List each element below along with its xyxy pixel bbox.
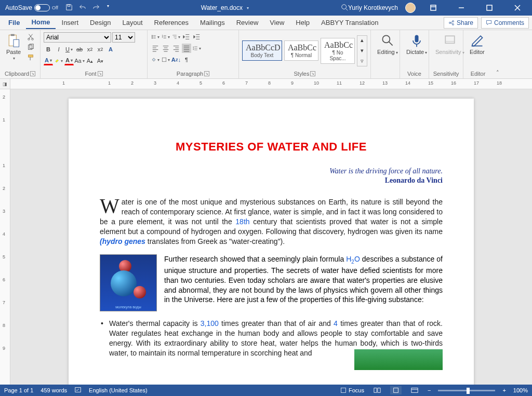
status-page[interactable]: Page 1 of 1 bbox=[4, 387, 33, 393]
shrink-font-icon[interactable]: A▾ bbox=[96, 56, 105, 65]
water-molecule-image[interactable]: молекула воды bbox=[100, 254, 157, 311]
align-right-icon[interactable] bbox=[171, 44, 181, 53]
print-layout-icon[interactable] bbox=[390, 386, 402, 394]
multilevel-icon[interactable]: ▾ bbox=[171, 32, 181, 42]
window-maximize-icon[interactable] bbox=[479, 0, 500, 16]
undo-icon[interactable] bbox=[79, 4, 86, 12]
paragraph-dialog-icon[interactable]: ↘ bbox=[204, 71, 209, 76]
dictate-button[interactable]: Dictate▾ bbox=[403, 32, 430, 56]
paste-button[interactable]: Paste▾ bbox=[3, 32, 24, 62]
grow-font-icon[interactable]: A▴ bbox=[85, 56, 95, 65]
shading-icon[interactable]: ▾ bbox=[151, 55, 160, 64]
group-editor: Editor Editor bbox=[463, 30, 493, 78]
font-size-select[interactable]: 11 bbox=[112, 32, 135, 43]
styles-scroll-up-icon[interactable]: ▴ bbox=[357, 36, 367, 45]
status-words[interactable]: 459 words bbox=[41, 387, 67, 393]
ribbon-display-icon[interactable] bbox=[423, 0, 444, 16]
collapse-ribbon-icon[interactable]: ˄ bbox=[496, 70, 499, 76]
style-normal[interactable]: AaBbCc ¶ Normal bbox=[284, 40, 318, 61]
tab-abbyy[interactable]: ABBYY Translation bbox=[316, 17, 383, 29]
tab-file[interactable]: File bbox=[3, 17, 25, 29]
comments-button[interactable]: Comments bbox=[481, 17, 529, 29]
tab-layout[interactable]: Layout bbox=[117, 17, 148, 29]
sensitivity-button: Sensitivity▾ bbox=[432, 32, 468, 56]
borders-icon[interactable]: ▾ bbox=[161, 55, 170, 64]
forest-image[interactable] bbox=[354, 349, 443, 370]
change-case-icon[interactable]: Aa▾ bbox=[75, 56, 84, 65]
zoom-out-icon[interactable]: − bbox=[428, 387, 431, 393]
read-mode-icon[interactable] bbox=[371, 386, 383, 394]
numbering-icon[interactable]: 12▾ bbox=[161, 32, 170, 42]
text-effects-icon[interactable]: A bbox=[106, 45, 115, 54]
subscript-icon[interactable]: x2 bbox=[85, 45, 95, 54]
tab-design[interactable]: Design bbox=[85, 17, 116, 29]
spellcheck-icon[interactable] bbox=[74, 386, 82, 394]
filename-label: Water_en.docx bbox=[201, 4, 243, 11]
styles-more-icon[interactable]: ▿ bbox=[357, 57, 367, 66]
decrease-indent-icon[interactable] bbox=[182, 32, 191, 42]
zoom-level[interactable]: 100% bbox=[513, 387, 528, 393]
search-icon[interactable] bbox=[341, 4, 348, 12]
ribbon: Paste▾ Clipboard↘ Arial 11 B I U▾ ab x2 … bbox=[0, 30, 532, 79]
copy-icon[interactable] bbox=[26, 43, 35, 52]
document-page[interactable]: MYSTERIES OF WATER AND LIFE Water is the… bbox=[69, 99, 474, 385]
tab-home[interactable]: Home bbox=[26, 16, 55, 29]
clipboard-dialog-icon[interactable]: ↘ bbox=[30, 71, 35, 76]
editing-button[interactable]: Editing▾ bbox=[374, 32, 401, 56]
filename-dropdown-icon[interactable]: ▾ bbox=[247, 6, 249, 10]
increase-indent-icon[interactable] bbox=[192, 32, 202, 42]
web-layout-icon[interactable] bbox=[409, 386, 420, 394]
strikethrough-icon[interactable]: ab bbox=[75, 45, 84, 54]
username-label[interactable]: Yuriy Korotkevych bbox=[348, 4, 398, 11]
show-marks-icon[interactable]: ¶ bbox=[182, 55, 191, 64]
format-painter-icon[interactable] bbox=[26, 53, 35, 62]
styles-scroll-down-icon[interactable]: ▾ bbox=[357, 46, 367, 56]
redo-icon[interactable] bbox=[92, 4, 100, 12]
user-avatar-icon[interactable] bbox=[405, 3, 416, 13]
save-icon[interactable] bbox=[65, 4, 73, 12]
svg-rect-9 bbox=[14, 39, 19, 47]
window-close-icon[interactable] bbox=[507, 0, 528, 16]
link-18th[interactable]: 18th bbox=[235, 217, 249, 226]
bullets-icon[interactable]: ▾ bbox=[151, 32, 160, 42]
line-spacing-icon[interactable]: ▾ bbox=[192, 44, 202, 53]
font-color-icon[interactable]: A▾ bbox=[44, 56, 53, 65]
doc-bullet-1: Water's thermal capacity is 3,100 times … bbox=[100, 319, 443, 358]
tab-insert[interactable]: Insert bbox=[57, 17, 84, 29]
editor-button[interactable]: Editor bbox=[467, 32, 488, 56]
zoom-in-icon[interactable]: + bbox=[502, 387, 506, 393]
toggle-off-icon[interactable] bbox=[34, 4, 50, 11]
font-family-select[interactable]: Arial bbox=[44, 32, 111, 43]
tab-mailings[interactable]: Mailings bbox=[195, 17, 230, 29]
style-body-text[interactable]: AaBbCcD Body Text bbox=[242, 40, 282, 61]
align-left-icon[interactable] bbox=[151, 44, 160, 53]
styles-dialog-icon[interactable]: ↘ bbox=[310, 71, 315, 76]
style-no-spacing[interactable]: AaBbCc ¶ No Spac... bbox=[321, 38, 355, 64]
superscript-icon[interactable]: x2 bbox=[96, 45, 105, 54]
horizontal-ruler[interactable]: ◨ 1123456789101112131415161718 bbox=[0, 79, 532, 89]
italic-icon[interactable]: I bbox=[54, 45, 63, 54]
highlight-icon[interactable]: ▾ bbox=[54, 56, 63, 65]
tab-references[interactable]: References bbox=[149, 17, 194, 29]
bold-icon[interactable]: B bbox=[44, 45, 53, 54]
window-minimize-icon[interactable] bbox=[451, 0, 472, 16]
tab-review[interactable]: Review bbox=[231, 17, 264, 29]
dropcap: W bbox=[100, 197, 122, 215]
zoom-slider[interactable] bbox=[438, 390, 495, 391]
status-language[interactable]: English (United States) bbox=[89, 387, 148, 393]
font-dialog-icon[interactable]: ↘ bbox=[98, 71, 103, 76]
justify-icon[interactable] bbox=[182, 44, 191, 53]
page-scroll[interactable]: MYSTERIES OF WATER AND LIFE Water is the… bbox=[10, 89, 532, 385]
tab-help[interactable]: Help bbox=[290, 17, 315, 29]
autosave-toggle[interactable]: AutoSave Off bbox=[2, 4, 61, 11]
sort-icon[interactable]: AZ↓ bbox=[171, 55, 181, 64]
vertical-ruler[interactable]: 21123456789 bbox=[0, 89, 10, 385]
cut-icon[interactable] bbox=[26, 32, 35, 42]
ruler-corner-icon[interactable]: ◨ bbox=[0, 79, 10, 89]
focus-mode-button[interactable]: Focus bbox=[340, 387, 364, 393]
underline-icon[interactable]: U▾ bbox=[64, 45, 74, 54]
tab-view[interactable]: View bbox=[264, 17, 289, 29]
share-button[interactable]: Share bbox=[444, 17, 478, 29]
align-center-icon[interactable] bbox=[161, 44, 170, 53]
font-color2-icon[interactable]: A▾ bbox=[64, 56, 74, 65]
